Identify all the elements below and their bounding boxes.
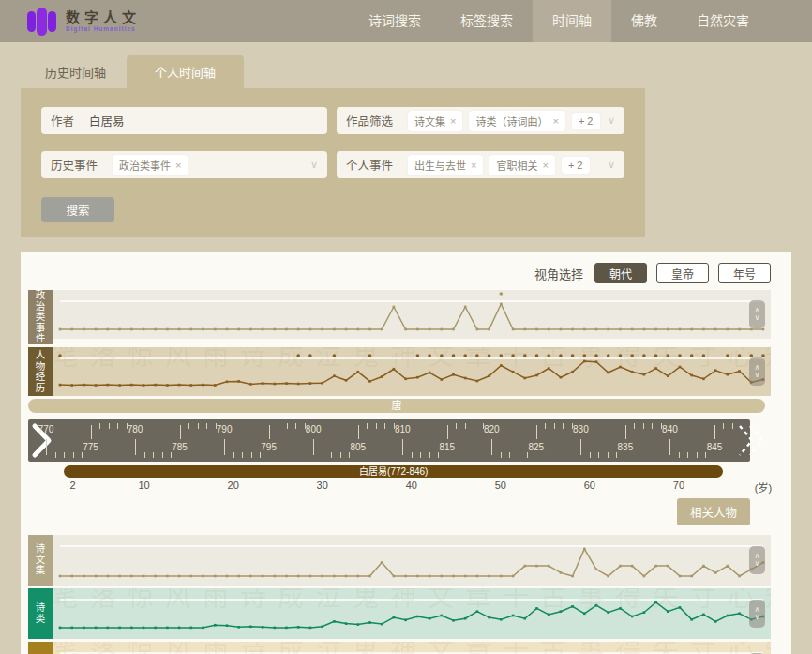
year-tick-minor [723,423,724,429]
year-tick [447,425,448,439]
year-tick-minor [331,452,332,458]
view-select-row: 视角选择 朝代 皇帝 年号 [28,262,778,284]
view-btn-dynasty[interactable]: 朝代 [594,263,647,283]
year-tick-minor [643,423,644,429]
tag-close-icon[interactable]: × [542,160,548,171]
tag-close-icon[interactable]: × [471,160,476,171]
works-more-badge[interactable]: + 2 [572,113,600,129]
year-label: 835 [618,442,634,452]
year-tick-minor [144,452,145,458]
history-event-select[interactable]: 历史事件 政治类事件× ∨ [41,151,327,178]
chevron-down-icon[interactable]: ∨ [310,159,318,171]
tag-political-events[interactable]: 政治类事件× [113,155,188,175]
age-label: 50 [495,479,506,491]
row-resize-control[interactable]: ∧∨ [749,546,765,574]
year-tick [625,425,626,439]
tab-history-timeline[interactable]: 历史时间轴 [24,55,127,88]
age-scale: (岁) 210203040506070 [28,479,750,495]
year-tick [91,425,92,439]
tag-poetry-collection[interactable]: 诗文集× [408,111,462,131]
timeline-right-arrows-icon[interactable] [737,421,765,460]
year-tick-minor [376,423,377,429]
tag-poetry-type[interactable]: 诗类（诗词曲）× [469,111,564,131]
age-label: 70 [673,479,684,491]
age-label: 60 [584,479,595,491]
view-select-label: 视角选择 [534,265,583,282]
chart-row-poetry-type: 诗类 笔落惊风雨诗成泣鬼神文章千古事得失寸心知江南好风景旧曾谙日出江花红胜火 ∧… [28,588,778,639]
chart-row-prose-type: 文类 笔落惊风雨诗成泣鬼神文章千古事得失寸心知江南好风景旧曾谙日出江花红胜火 ∧… [28,642,778,654]
row-resize-control[interactable]: ∧∨ [749,600,765,628]
nav-item-buddhism[interactable]: 佛教 [611,0,677,42]
year-tick-minor [162,452,163,458]
row-resize-control[interactable]: ∧∨ [749,300,765,328]
author-field[interactable]: 作者 白居易 [41,107,327,134]
nav-item-tag-search[interactable]: 标签搜索 [441,0,533,42]
year-label: 825 [529,442,545,452]
year-tick-minor [429,452,430,458]
scroll-down-icon[interactable]: ∨ [755,372,760,379]
year-tick-minor [64,452,65,458]
history-event-label: 历史事件 [51,156,98,174]
app-logo[interactable]: 数字人文 Digital Humanities [26,6,141,38]
prose-type-sparkline [53,642,771,654]
related-people-button[interactable]: 相关人物 [677,498,750,525]
nav-item-poem-search[interactable]: 诗词搜索 [349,0,441,42]
tag-label: 出生与去世 [414,158,466,173]
tag-birth-death[interactable]: 出生与去世× [408,155,483,175]
view-btn-emperor[interactable]: 皇帝 [656,263,709,283]
year-tick [714,425,715,439]
year-tick-minor [652,423,653,429]
filter-panel: 作者 白居易 作品筛选 诗文集× 诗类（诗词曲）× + 2 ∨ 历史事件 政治类… [21,88,645,237]
tab-personal-timeline[interactable]: 个人时间轴 [127,55,244,88]
scroll-down-icon[interactable]: ∨ [755,560,760,568]
scroll-down-icon[interactable]: ∨ [755,614,760,621]
year-label: 830 [573,424,589,434]
tag-close-icon[interactable]: × [450,115,456,127]
year-tick-minor [705,452,706,458]
tag-close-icon[interactable]: × [552,115,558,127]
year-tick-minor [598,452,599,458]
tag-official-post[interactable]: 官职相关× [489,155,554,175]
scroll-down-icon[interactable]: ∨ [755,314,760,322]
chart-area: 笔落惊风雨诗成泣鬼神文章千古事得失寸心知江南好风景旧曾谙日出江花红胜火 ∧∨ [53,290,771,339]
nav-menu: 诗词搜索 标签搜索 时间轴 佛教 自然灾害 [349,0,812,42]
personal-event-label: 个人事件 [346,156,393,174]
personal-event-select[interactable]: 个人事件 出生与去世× 官职相关× + 2 ∨ [337,151,624,178]
age-label: 10 [138,479,149,491]
age-label: 2 [69,479,75,491]
year-tick-minor [242,452,243,458]
year-tick-minor [99,423,100,429]
year-tick-minor [73,452,74,458]
person-experience-sparkline [53,347,771,396]
year-tick-minor [634,423,635,429]
poetry-type-sparkline [53,588,771,639]
year-tick-minor [616,452,617,458]
year-tick-minor [260,452,261,458]
year-label: 810 [395,424,411,434]
search-button[interactable]: 搜索 [41,197,114,222]
year-tick-minor [295,423,296,429]
year-tick-minor [188,423,189,429]
year-label: 785 [172,442,188,452]
personal-more-badge[interactable]: + 2 [562,157,590,174]
timeline-band[interactable]: 7707757807857907958008058108158208258308… [28,419,750,462]
year-tick [669,439,670,455]
nav-item-disasters[interactable]: 自然灾害 [677,0,769,42]
year-tick-minor [384,423,385,429]
year-tick-minor [340,452,341,458]
year-tick-minor [420,452,421,458]
row-resize-control[interactable]: ∧∨ [749,357,765,386]
year-tick-minor [519,452,519,458]
age-unit-label: (岁) [755,479,772,494]
nav-item-timeline[interactable]: 时间轴 [533,0,611,42]
works-filter-select[interactable]: 作品筛选 诗文集× 诗类（诗词曲）× + 2 ∨ [337,107,624,134]
chart-area: 笔落惊风雨诗成泣鬼神文章千古事得失寸心知江南好风景旧曾谙日出江花红胜火 ∧∨ [53,347,771,396]
row-label-political-events: 政治类事件 [28,290,53,344]
view-btn-era[interactable]: 年号 [718,263,771,283]
year-tick-minor [117,423,118,429]
tag-close-icon[interactable]: × [175,160,181,171]
chevron-down-icon[interactable]: ∨ [608,114,615,127]
year-tick-minor [545,423,546,429]
chevron-down-icon[interactable]: ∨ [608,159,615,171]
year-tick-minor [563,423,564,429]
